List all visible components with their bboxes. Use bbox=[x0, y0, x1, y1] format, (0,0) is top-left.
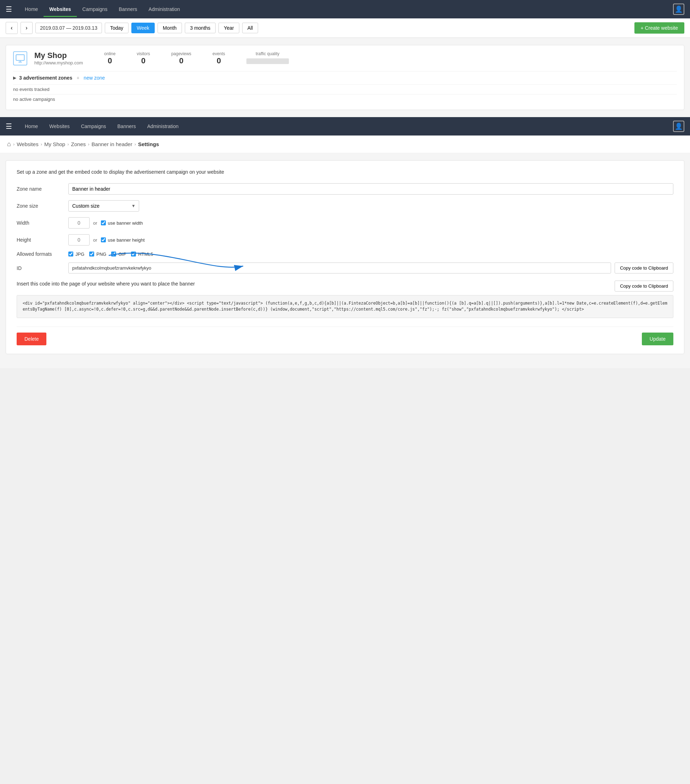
gif-text: GIF bbox=[118, 252, 126, 257]
ad-zones-row: ▶ 3 advertisement zones + new zone bbox=[13, 71, 677, 84]
breadcrumb-banner-header[interactable]: Banner in header bbox=[92, 141, 132, 147]
stat-events: events 0 bbox=[213, 51, 225, 66]
breadcrumb: ⌂ › Websites › My Shop › Zones › Banner … bbox=[0, 135, 690, 153]
nav-links-1: Home Websites Campaigns Banners Administ… bbox=[19, 2, 673, 17]
nav-administration-2[interactable]: Administration bbox=[142, 119, 185, 134]
year-button[interactable]: Year bbox=[218, 23, 239, 33]
copy-code-button-2[interactable]: Copy code to Clipboard bbox=[615, 280, 673, 292]
nav-home-1[interactable]: Home bbox=[19, 2, 43, 17]
breadcrumb-websites[interactable]: Websites bbox=[17, 141, 38, 147]
websites-section: My Shop http://www.myshop.com online 0 v… bbox=[0, 38, 690, 117]
date-toolbar: ‹ › 2019.03.07 — 2019.03.13 Today Week M… bbox=[0, 18, 690, 38]
png-format-label[interactable]: PNG bbox=[89, 252, 106, 257]
gif-checkbox[interactable] bbox=[111, 252, 116, 257]
jpg-format-label[interactable]: JPG bbox=[68, 252, 84, 257]
no-events-row: no events tracked bbox=[13, 84, 677, 94]
html5-text: HTML5 bbox=[138, 252, 153, 257]
height-label: Height bbox=[17, 237, 63, 243]
nav-administration-1[interactable]: Administration bbox=[143, 2, 186, 17]
nav-banners-1[interactable]: Banners bbox=[113, 2, 143, 17]
svg-rect-0 bbox=[16, 54, 24, 60]
user-icon-1[interactable]: 👤 bbox=[673, 3, 684, 15]
navbar-1: ☰ Home Websites Campaigns Banners Admini… bbox=[0, 0, 690, 18]
formats-options: JPG PNG GIF HTML5 bbox=[68, 252, 153, 257]
id-label: ID bbox=[17, 265, 63, 271]
id-row: ID Copy code to Clipboard bbox=[17, 262, 673, 273]
website-info: My Shop http://www.myshop.com bbox=[34, 51, 83, 66]
today-button[interactable]: Today bbox=[105, 23, 129, 33]
nav-websites-1[interactable]: Websites bbox=[43, 2, 76, 17]
settings-section: Set up a zone and get the embed code to … bbox=[0, 153, 690, 368]
png-checkbox[interactable] bbox=[89, 252, 94, 257]
three-months-button[interactable]: 3 months bbox=[185, 23, 216, 33]
use-banner-height-label[interactable]: use banner height bbox=[101, 237, 145, 243]
stat-pageviews: pageviews 0 bbox=[172, 51, 191, 66]
nav-websites-2[interactable]: Websites bbox=[43, 119, 75, 134]
hamburger-icon-2[interactable]: ☰ bbox=[6, 122, 12, 130]
stat-traffic: traffic quality bbox=[246, 51, 289, 66]
formats-label: Allowed formats bbox=[17, 251, 63, 257]
zones-chevron[interactable]: ▶ bbox=[13, 75, 16, 80]
zone-size-select-wrapper: Custom size Fixed size ▼ bbox=[68, 200, 139, 212]
home-icon[interactable]: ⌂ bbox=[7, 140, 11, 148]
embed-description: Insert this code into the page of your w… bbox=[17, 280, 609, 288]
use-banner-height-checkbox[interactable] bbox=[101, 237, 106, 242]
nav-campaigns-1[interactable]: Campaigns bbox=[77, 2, 113, 17]
width-input[interactable] bbox=[68, 217, 89, 229]
breadcrumb-myshop[interactable]: My Shop bbox=[44, 141, 65, 147]
jpg-checkbox[interactable] bbox=[68, 252, 73, 257]
height-row: Height or use banner height bbox=[17, 234, 673, 245]
width-label: Width bbox=[17, 220, 63, 226]
use-banner-width-text: use banner width bbox=[108, 221, 143, 226]
website-icon bbox=[13, 51, 27, 66]
formats-row: Allowed formats JPG PNG GIF HTML5 bbox=[17, 251, 673, 257]
nav-banners-2[interactable]: Banners bbox=[112, 119, 142, 134]
use-banner-height-text: use banner height bbox=[108, 237, 145, 243]
height-or-text: or bbox=[93, 237, 97, 243]
png-text: PNG bbox=[96, 252, 106, 257]
user-icon-2[interactable]: 👤 bbox=[673, 121, 684, 132]
jpg-text: JPG bbox=[75, 252, 84, 257]
embed-code-block: <div id="pxfatahndkcolmqbuefzramvkekrwfy… bbox=[17, 295, 673, 318]
zone-name-input[interactable] bbox=[68, 183, 673, 194]
website-url[interactable]: http://www.myshop.com bbox=[34, 60, 83, 66]
stat-online: online 0 bbox=[104, 51, 116, 66]
nav-home-2[interactable]: Home bbox=[19, 119, 43, 134]
zone-size-label: Zone size bbox=[17, 203, 63, 209]
website-name: My Shop bbox=[34, 51, 83, 60]
hamburger-icon-1[interactable]: ☰ bbox=[6, 5, 12, 13]
stat-visitors: visitors 0 bbox=[137, 51, 150, 66]
width-or-text: or bbox=[93, 221, 97, 226]
settings-description: Set up a zone and get the embed code to … bbox=[17, 169, 673, 175]
breadcrumb-settings: Settings bbox=[138, 141, 159, 147]
delete-button[interactable]: Delete bbox=[17, 333, 46, 345]
all-button[interactable]: All bbox=[242, 23, 258, 33]
create-website-button[interactable]: + Create website bbox=[634, 22, 684, 34]
html5-checkbox[interactable] bbox=[131, 252, 136, 257]
nav-links-2: Home Websites Campaigns Banners Administ… bbox=[19, 119, 673, 134]
nav-campaigns-2[interactable]: Campaigns bbox=[75, 119, 112, 134]
breadcrumb-zones[interactable]: Zones bbox=[71, 141, 86, 147]
no-campaigns-row: no active campaigns bbox=[13, 94, 677, 104]
month-button[interactable]: Month bbox=[158, 23, 182, 33]
traffic-quality-bar bbox=[246, 58, 289, 64]
width-row: Width or use banner width bbox=[17, 217, 673, 229]
html5-format-label[interactable]: HTML5 bbox=[131, 252, 153, 257]
zone-size-row: Zone size Custom size Fixed size ▼ bbox=[17, 200, 673, 212]
prev-button[interactable]: ‹ bbox=[6, 22, 18, 34]
copy-code-button-1[interactable]: Copy code to Clipboard bbox=[615, 262, 673, 273]
zone-size-select[interactable]: Custom size Fixed size bbox=[68, 200, 139, 212]
week-button[interactable]: Week bbox=[131, 23, 155, 33]
id-input[interactable] bbox=[68, 262, 611, 273]
next-button[interactable]: › bbox=[21, 22, 33, 34]
use-banner-width-checkbox[interactable] bbox=[101, 221, 106, 226]
gif-format-label[interactable]: GIF bbox=[111, 252, 126, 257]
website-card: My Shop http://www.myshop.com online 0 v… bbox=[6, 45, 684, 110]
user-profile-area-2: 👤 bbox=[673, 121, 684, 132]
use-banner-width-label[interactable]: use banner width bbox=[101, 221, 143, 226]
zone-name-label: Zone name bbox=[17, 186, 63, 192]
new-zone-link[interactable]: new zone bbox=[84, 75, 105, 81]
settings-card: Set up a zone and get the embed code to … bbox=[6, 160, 684, 354]
height-input[interactable] bbox=[68, 234, 89, 245]
update-button[interactable]: Update bbox=[642, 333, 673, 345]
